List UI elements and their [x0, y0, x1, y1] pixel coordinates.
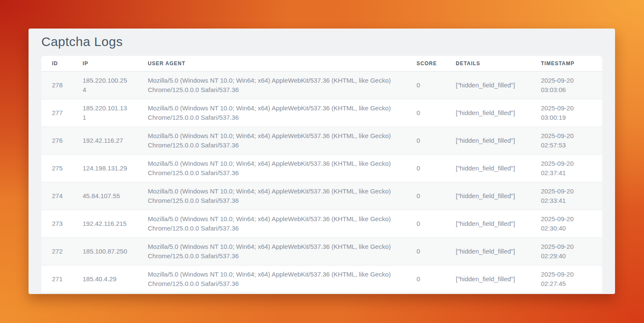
cell-details: ["hidden_field_filled"]: [445, 99, 530, 127]
table-row: 274 45.84.107.55 Mozilla/5.0 (Windows NT…: [41, 182, 602, 210]
cell-id: 277: [41, 99, 72, 127]
cell-ip: 185.220.101.131: [72, 99, 137, 127]
table-row: 277 185.220.101.131 Mozilla/5.0 (Windows…: [41, 99, 602, 127]
table-header-row: IDIPUSER AGENTSCOREDETAILSTIMESTAMP: [41, 56, 602, 72]
cell-timestamp: 2025-09-20 02:30:40: [530, 210, 602, 238]
cell-score: 0: [406, 99, 445, 127]
captcha-logs-card: Captcha Logs IDIPUSER AGENTSCOREDETAILST…: [29, 29, 615, 294]
cell-user-agent: Mozilla/5.0 (Windows NT 10.0; Win64; x64…: [137, 127, 406, 155]
logs-table-container: IDIPUSER AGENTSCOREDETAILSTIMESTAMP 278 …: [41, 56, 602, 293]
cell-ip: 185.40.4.29: [72, 265, 137, 293]
cell-user-agent: Mozilla/5.0 (Windows NT 10.0; Win64; x64…: [137, 72, 406, 99]
table-row: 278 185.220.100.254 Mozilla/5.0 (Windows…: [41, 72, 602, 99]
cell-id: 274: [41, 182, 72, 210]
cell-details: ["hidden_field_filled"]: [445, 182, 530, 210]
cell-details: ["hidden_field_filled"]: [445, 210, 530, 238]
cell-details: ["hidden_field_filled"]: [445, 238, 530, 265]
cell-ip: 45.84.107.55: [72, 182, 137, 210]
cell-user-agent: Mozilla/5.0 (Windows NT 10.0; Win64; x64…: [137, 99, 406, 127]
cell-id: 271: [41, 265, 72, 293]
cell-user-agent: Mozilla/5.0 (Windows NT 10.0; Win64; x64…: [137, 238, 406, 265]
cell-id: 275: [41, 155, 72, 182]
cell-id: 276: [41, 127, 72, 155]
cell-user-agent: Mozilla/5.0 (Windows NT 10.0; Win64; x64…: [137, 182, 406, 210]
cell-details: ["hidden_field_filled"]: [445, 72, 530, 99]
cell-ip: 185.100.87.250: [72, 238, 137, 265]
cell-ip: 124.198.131.29: [72, 155, 137, 182]
cell-score: 0: [406, 72, 445, 99]
cell-timestamp: 2025-09-20 03:03:06: [530, 72, 602, 99]
cell-score: 0: [406, 265, 445, 293]
page-title: Captcha Logs: [41, 29, 602, 56]
table-row: 271 185.40.4.29 Mozilla/5.0 (Windows NT …: [41, 265, 602, 293]
cell-id: 272: [41, 238, 72, 265]
cell-details: ["hidden_field_filled"]: [445, 127, 530, 155]
cell-ip: 192.42.116.215: [72, 210, 137, 238]
cell-user-agent: Mozilla/5.0 (Windows NT 10.0; Win64; x64…: [137, 210, 406, 238]
cell-timestamp: 2025-09-20 02:29:40: [530, 238, 602, 265]
cell-details: ["hidden_field_filled"]: [445, 265, 530, 293]
cell-score: 0: [406, 238, 445, 265]
table-body: 278 185.220.100.254 Mozilla/5.0 (Windows…: [41, 72, 602, 293]
cell-user-agent: Mozilla/5.0 (Windows NT 10.0; Win64; x64…: [137, 265, 406, 293]
cell-score: 0: [406, 127, 445, 155]
table-header: IDIPUSER AGENTSCOREDETAILSTIMESTAMP: [41, 56, 602, 72]
column-header-id: ID: [41, 56, 72, 72]
cell-timestamp: 2025-09-20 02:33:41: [530, 182, 602, 210]
column-header-details: DETAILS: [445, 56, 530, 72]
table-row: 275 124.198.131.29 Mozilla/5.0 (Windows …: [41, 155, 602, 182]
cell-id: 278: [41, 72, 72, 99]
table-row: 272 185.100.87.250 Mozilla/5.0 (Windows …: [41, 238, 602, 265]
cell-ip: 185.220.100.254: [72, 72, 137, 99]
cell-score: 0: [406, 182, 445, 210]
logs-table: IDIPUSER AGENTSCOREDETAILSTIMESTAMP 278 …: [41, 56, 602, 293]
cell-timestamp: 2025-09-20 02:27:45: [530, 265, 602, 293]
column-header-score: SCORE: [406, 56, 445, 72]
cell-score: 0: [406, 155, 445, 182]
column-header-timestamp: TIMESTAMP: [530, 56, 602, 72]
column-header-ip: IP: [72, 56, 137, 72]
cell-user-agent: Mozilla/5.0 (Windows NT 10.0; Win64; x64…: [137, 155, 406, 182]
table-row: 273 192.42.116.215 Mozilla/5.0 (Windows …: [41, 210, 602, 238]
cell-ip: 192.42.116.27: [72, 127, 137, 155]
column-header-user_agent: USER AGENT: [137, 56, 406, 72]
cell-timestamp: 2025-09-20 03:00:19: [530, 99, 602, 127]
page-background: { "app": { "title": "Captcha Logs" }, "c…: [0, 0, 644, 323]
cell-id: 273: [41, 210, 72, 238]
cell-score: 0: [406, 210, 445, 238]
cell-timestamp: 2025-09-20 02:37:41: [530, 155, 602, 182]
cell-details: ["hidden_field_filled"]: [445, 155, 530, 182]
cell-timestamp: 2025-09-20 02:57:53: [530, 127, 602, 155]
table-row: 276 192.42.116.27 Mozilla/5.0 (Windows N…: [41, 127, 602, 155]
